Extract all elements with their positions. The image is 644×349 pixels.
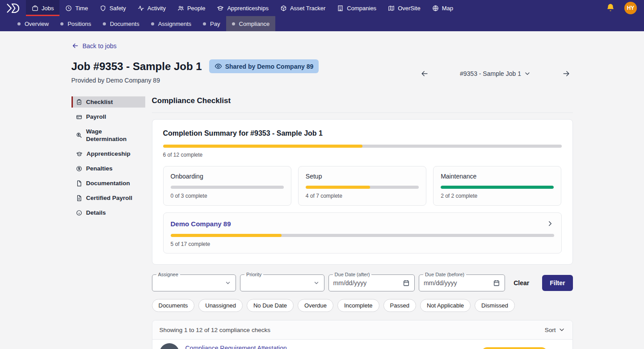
bullet-dot-icon [103,22,106,25]
chip-incomplete[interactable]: Incomplete [337,299,379,312]
subnav-item-positions[interactable]: Positions [55,16,97,31]
sidebar-item-label: Wage Determination [86,128,141,143]
people-icon [177,5,184,12]
subnav-item-overview[interactable]: Overview [12,16,55,31]
due-date-after-value: mm/dd/yyyy [333,279,367,287]
sidebar-item-label: Details [86,209,106,216]
chip-unassigned[interactable]: Unassigned [198,299,243,312]
cube-icon [280,5,287,12]
sidebar-item-label: Penalties [86,165,113,172]
chip-passed[interactable]: Passed [383,299,416,312]
sidebar-item-penalties[interactable]: Penalties [72,163,145,174]
priority-select[interactable]: Priority [240,274,324,291]
subnav-item-assignments[interactable]: Assignments [145,16,197,31]
chevron-down-icon [225,280,231,286]
subnav-item-documents[interactable]: Documents [97,16,145,31]
overall-progress-bar [163,145,562,148]
sidebar-item-details[interactable]: Details [72,207,145,218]
assignee-select-label: Assignee [156,271,180,278]
clipboard-check-icon [76,99,82,105]
priority-select-label: Priority [244,271,263,278]
company-summary-card[interactable]: Demo Company 89 5 of 17 complete [163,212,562,253]
check-title-link[interactable]: Compliance Requirement Attestation [185,345,287,349]
compliance-check-row[interactable]: Compliance Requirement Attestation Onboa… [152,339,572,349]
subnav-label: Positions [67,21,91,27]
summary-section-title: Onboarding [171,173,284,180]
check-main: Compliance Requirement Attestation Onboa… [185,345,287,349]
summary-card-setup: Setup 4 of 7 complete [298,166,426,206]
assignee-select[interactable]: Assignee [152,274,236,291]
summary-title: Completion Summary for #9353 - Sample Jo… [163,129,562,137]
chip-not-applicable[interactable]: Not Applicable [420,299,471,312]
job-selector-dropdown[interactable]: #9353 - Sample Job 1 [460,70,531,77]
previous-job-button[interactable] [418,67,431,80]
chip-dismissed[interactable]: Dismissed [475,299,515,312]
calendar-icon [493,279,500,287]
sidebar-item-certified-payroll[interactable]: Certified Payroll [72,192,145,204]
nav-label: Map [442,5,453,12]
sidebar-item-wage-determination[interactable]: Wage Determination [72,126,145,145]
nav-item-activity[interactable]: Activity [132,0,172,16]
user-avatar[interactable]: HY [624,2,637,14]
sidebar-item-payroll[interactable]: Payroll [72,111,145,122]
sidebar-item-checklist[interactable]: Checklist [72,96,145,108]
subnav-label: Compliance [239,21,270,27]
chip-no-due-date[interactable]: No Due Date [247,299,294,312]
subnav-label: Pay [210,21,220,27]
notifications-button[interactable] [604,1,617,15]
nav-label: Apprenticeships [227,5,269,12]
payment-card-icon [76,114,82,120]
nav-item-people[interactable]: People [172,0,211,16]
chevron-right-icon [546,220,554,228]
sidebar-item-label: Documentation [86,179,130,187]
summary-section-title: Setup [306,173,419,180]
nav-item-safety[interactable]: Safety [94,0,132,16]
showing-count-label: Showing 1 to 12 of 12 compliance checks [160,327,270,333]
subnav-label: Overview [25,21,49,27]
graduation-cap-icon [217,5,224,12]
due-date-after-input[interactable]: Due Date (after) mm/dd/yyyy [328,274,415,291]
app-logo[interactable] [4,0,26,16]
subnav-item-compliance[interactable]: Compliance [226,16,276,31]
nav-item-asset-tracker[interactable]: Asset Tracker [274,0,331,16]
clock-icon [65,5,72,12]
summary-section-label: 4 of 7 complete [306,193,419,199]
summary-sections: Onboarding 0 of 3 complete Setup 4 of 7 … [163,166,562,206]
shared-badge: Shared by Demo Company 89 [209,59,319,73]
search-dollar-icon [76,132,82,138]
file-icon [76,180,82,187]
check-meta: No Due Date Needs Attention [428,347,565,349]
chip-overdue[interactable]: Overdue [298,299,333,312]
next-job-button[interactable] [560,67,572,80]
chevron-down-icon [558,326,565,333]
page-title: Job #9353 - Sample Job 1 [72,60,202,73]
bullet-dot-icon [232,22,235,25]
subnav-item-pay[interactable]: Pay [197,16,226,31]
sidebar-item-label: Checklist [86,98,113,106]
filters-row: Assignee Priority Due Date (after) mm/dd… [152,274,573,291]
due-date-before-label: Due Date (before) [423,271,466,278]
sidebar-item-apprenticeship[interactable]: Apprenticeship [72,148,145,159]
file-invoice-icon [76,195,82,201]
sidebar-item-documentation[interactable]: Documentation [72,178,145,189]
back-to-jobs-link[interactable]: Back to jobs [72,42,117,50]
compliance-checklist-title: Compliance Checklist [152,96,573,113]
nav-item-companies[interactable]: Companies [331,0,382,16]
nav-item-map[interactable]: Map [426,0,459,16]
company-name-link[interactable]: Demo Company 89 [171,220,231,228]
job-subnav: Overview Positions Documents Assignments… [0,16,644,31]
chip-documents[interactable]: Documents [152,299,195,312]
nav-item-oversite[interactable]: OverSite [382,0,426,16]
nav-item-jobs[interactable]: Jobs [26,0,59,16]
due-date-before-input[interactable]: Due Date (before) mm/dd/yyyy [419,274,505,291]
clear-filters-button[interactable]: Clear [509,276,534,290]
shield-icon [100,5,106,12]
nav-item-apprenticeships[interactable]: Apprenticeships [211,0,274,16]
company-progress-fill [171,234,282,237]
dollar-circle-icon [76,166,82,172]
job-side-menu: Checklist Payroll Wage Determination App… [72,96,145,218]
bullet-dot-icon [60,22,63,25]
sort-button[interactable]: Sort [545,326,565,333]
nav-item-time[interactable]: Time [59,0,93,16]
apply-filter-button[interactable]: Filter [542,275,572,291]
